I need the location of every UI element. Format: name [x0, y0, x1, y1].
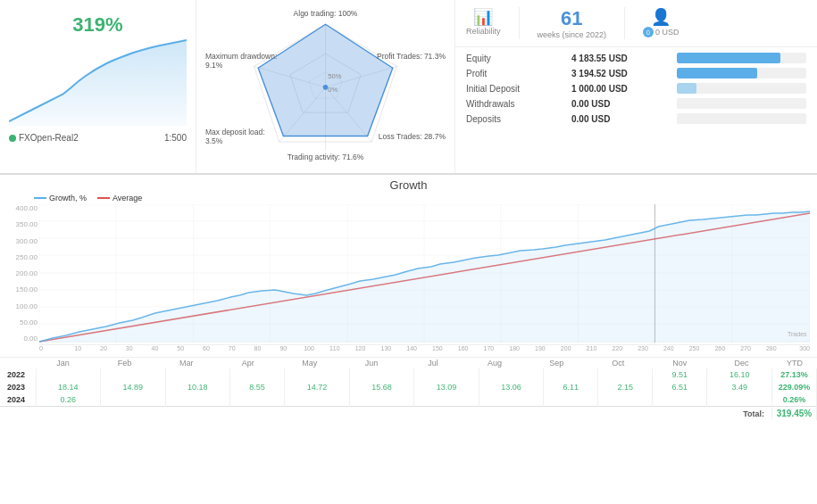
leverage: 1:500 — [164, 133, 187, 143]
reliability-stat: 📊 Reliability — [466, 7, 501, 39]
table-row: 2024 0.26 0.26% — [0, 393, 817, 407]
usd-label: 0 USD — [655, 28, 679, 37]
x-axis-trades: 0 10 20 30 40 50 60 70 80 90 100 110 120… — [39, 344, 810, 353]
person-icon: 👤 — [643, 7, 679, 27]
weeks-value: 61 — [538, 7, 607, 30]
growth-section: Growth Growth, % Average 400.00 350.00 3… — [0, 174, 817, 357]
reliability-icon: 📊 — [466, 7, 501, 27]
y-axis: 400.00 350.00 300.00 250.00 200.00 150.0… — [7, 204, 39, 353]
chart-wrapper: 400.00 350.00 300.00 250.00 200.00 150.0… — [7, 204, 810, 353]
stat-divider-2 — [624, 7, 625, 39]
radar-panel: 50% 0% Algo trading: 100% Maximum drawdo… — [196, 0, 455, 173]
legend-average-color — [97, 197, 110, 199]
usd-stat: 👤 0 0 USD — [643, 7, 679, 39]
profit-bar — [677, 68, 757, 78]
months-row: Jan Feb Mar Apr May Jun Jul Aug Sep Oct … — [0, 357, 817, 368]
table-row: 2022 9.51 16.10 27.13% — [0, 368, 817, 381]
performance-table: 2022 9.51 16.10 27.13% 2023 18.14 14.89 — [0, 368, 817, 420]
growth-percentage: 319% — [9, 13, 187, 37]
deposits-row: Deposits 0.00 USD — [466, 113, 806, 124]
svg-text:0%: 0% — [328, 87, 338, 95]
total-row: Total: 319.45% — [0, 407, 817, 421]
legend-average: Average — [97, 194, 142, 202]
stats-top-bar: 📊 Reliability 61 weeks (since 2022) 👤 0 … — [455, 0, 817, 47]
mini-chart-panel: 319% FXOpen-Real2 — [0, 0, 196, 173]
growth-title: Growth — [7, 178, 810, 192]
legend-growth: Growth, % — [34, 194, 87, 202]
account-name: FXOpen-Real2 — [9, 133, 79, 143]
weeks-label: weeks (since 2022) — [538, 30, 607, 39]
svg-text:Trades: Trades — [788, 331, 807, 337]
weeks-stat: 61 weeks (since 2022) — [538, 7, 607, 39]
right-stats-panel: 📊 Reliability 61 weeks (since 2022) 👤 0 … — [455, 0, 817, 173]
stats-rows: Equity 4 183.55 USD Profit 3 194.52 USD … — [455, 47, 817, 134]
reliability-label: Reliability — [466, 27, 501, 36]
equity-bar — [677, 53, 780, 63]
withdrawals-row: Withdrawals 0.00 USD — [466, 98, 806, 109]
chart-legend: Growth, % Average — [7, 194, 810, 202]
svg-marker-8 — [258, 24, 393, 136]
usd-badge: 0 — [643, 27, 654, 37]
profit-row: Profit 3 194.52 USD — [466, 68, 806, 78]
svg-text:50%: 50% — [328, 72, 341, 80]
mini-chart — [9, 37, 187, 126]
main-chart: Trades 0 10 20 30 40 50 60 70 80 90 100 … — [39, 204, 810, 353]
account-info: FXOpen-Real2 1:500 — [9, 133, 187, 143]
legend-growth-color — [34, 197, 46, 199]
equity-row: Equity 4 183.55 USD — [466, 53, 806, 63]
radar-chart: 50% 0% Algo trading: 100% Maximum drawdo… — [204, 7, 447, 163]
initial-deposit-bar — [677, 83, 696, 94]
stat-divider-1 — [519, 7, 520, 39]
account-status-dot — [9, 135, 16, 142]
table-row: 2023 18.14 14.89 10.18 8.55 14.72 15.68 … — [0, 381, 817, 393]
initial-deposit-row: Initial Deposit 1 000.00 USD — [466, 83, 806, 94]
